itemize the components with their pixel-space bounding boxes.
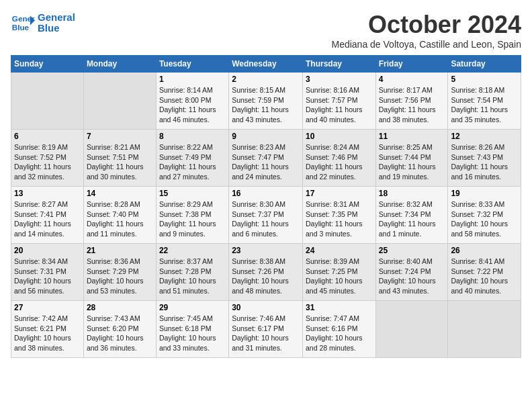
weekday-header-sunday: Sunday xyxy=(11,56,84,73)
day-info: Sunrise: 8:26 AM Sunset: 7:43 PM Dayligh… xyxy=(451,142,518,182)
weekday-header-saturday: Saturday xyxy=(448,56,521,73)
day-number: 20 xyxy=(14,246,81,255)
weekday-header-wednesday: Wednesday xyxy=(229,56,303,73)
day-number: 29 xyxy=(159,303,226,312)
calendar-week-row: 27Sunrise: 7:42 AM Sunset: 6:21 PM Dayli… xyxy=(11,301,521,358)
day-info: Sunrise: 8:28 AM Sunset: 7:40 PM Dayligh… xyxy=(87,199,153,239)
day-info: Sunrise: 7:45 AM Sunset: 6:18 PM Dayligh… xyxy=(159,314,226,353)
calendar-cell xyxy=(11,73,84,130)
svg-text:Blue: Blue xyxy=(12,23,30,32)
calendar-cell: 12Sunrise: 8:26 AM Sunset: 7:43 PM Dayli… xyxy=(448,130,521,187)
day-number: 14 xyxy=(87,189,153,198)
month-title: October 2024 xyxy=(331,11,521,39)
day-number: 5 xyxy=(451,75,518,84)
weekday-header-friday: Friday xyxy=(375,56,448,73)
day-info: Sunrise: 8:21 AM Sunset: 7:51 PM Dayligh… xyxy=(87,142,153,182)
day-info: Sunrise: 8:18 AM Sunset: 7:54 PM Dayligh… xyxy=(451,85,518,125)
weekday-header-monday: Monday xyxy=(83,56,156,73)
day-number: 2 xyxy=(232,75,300,84)
calendar-week-row: 20Sunrise: 8:34 AM Sunset: 7:31 PM Dayli… xyxy=(11,244,521,301)
weekday-header-tuesday: Tuesday xyxy=(156,56,228,73)
day-info: Sunrise: 7:46 AM Sunset: 6:17 PM Dayligh… xyxy=(232,314,300,353)
day-number: 4 xyxy=(379,75,445,84)
day-info: Sunrise: 8:27 AM Sunset: 7:41 PM Dayligh… xyxy=(14,199,81,239)
title-block: October 2024 Mediana de Voltoya, Castill… xyxy=(331,11,521,50)
calendar-cell: 16Sunrise: 8:30 AM Sunset: 7:37 PM Dayli… xyxy=(229,187,303,244)
day-number: 1 xyxy=(159,75,226,84)
weekday-header-thursday: Thursday xyxy=(302,56,375,73)
calendar-cell: 28Sunrise: 7:43 AM Sunset: 6:20 PM Dayli… xyxy=(83,301,156,358)
calendar-body: 1Sunrise: 8:14 AM Sunset: 8:00 PM Daylig… xyxy=(11,73,521,358)
day-number: 7 xyxy=(87,132,153,141)
day-number: 15 xyxy=(159,189,226,198)
calendar-cell: 5Sunrise: 8:18 AM Sunset: 7:54 PM Daylig… xyxy=(448,73,521,130)
page-header: General Blue General Blue October 2024 M… xyxy=(11,11,521,50)
calendar-cell: 3Sunrise: 8:16 AM Sunset: 7:57 PM Daylig… xyxy=(302,73,375,130)
day-info: Sunrise: 8:24 AM Sunset: 7:46 PM Dayligh… xyxy=(306,142,373,182)
day-number: 6 xyxy=(14,132,81,141)
day-info: Sunrise: 7:43 AM Sunset: 6:20 PM Dayligh… xyxy=(87,314,153,353)
day-number: 27 xyxy=(14,303,81,312)
day-number: 10 xyxy=(306,132,373,141)
day-number: 9 xyxy=(232,132,300,141)
calendar-cell: 18Sunrise: 8:32 AM Sunset: 7:34 PM Dayli… xyxy=(375,187,448,244)
calendar-cell: 27Sunrise: 7:42 AM Sunset: 6:21 PM Dayli… xyxy=(11,301,84,358)
calendar-cell: 2Sunrise: 8:15 AM Sunset: 7:59 PM Daylig… xyxy=(229,73,303,130)
calendar-week-row: 1Sunrise: 8:14 AM Sunset: 8:00 PM Daylig… xyxy=(11,73,521,130)
calendar-cell: 6Sunrise: 8:19 AM Sunset: 7:52 PM Daylig… xyxy=(11,130,84,187)
day-number: 17 xyxy=(306,189,373,198)
day-info: Sunrise: 8:37 AM Sunset: 7:28 PM Dayligh… xyxy=(159,257,226,296)
day-info: Sunrise: 8:15 AM Sunset: 7:59 PM Dayligh… xyxy=(232,85,300,125)
calendar-cell: 4Sunrise: 8:17 AM Sunset: 7:56 PM Daylig… xyxy=(375,73,448,130)
day-number: 21 xyxy=(87,246,153,255)
calendar-cell: 8Sunrise: 8:22 AM Sunset: 7:49 PM Daylig… xyxy=(156,130,228,187)
day-number: 24 xyxy=(306,246,373,255)
calendar-cell xyxy=(83,73,156,130)
calendar-week-row: 6Sunrise: 8:19 AM Sunset: 7:52 PM Daylig… xyxy=(11,130,521,187)
day-info: Sunrise: 8:25 AM Sunset: 7:44 PM Dayligh… xyxy=(379,142,445,182)
calendar-cell: 23Sunrise: 8:38 AM Sunset: 7:26 PM Dayli… xyxy=(229,244,303,301)
day-info: Sunrise: 8:22 AM Sunset: 7:49 PM Dayligh… xyxy=(159,142,226,182)
day-number: 18 xyxy=(379,189,445,198)
day-number: 19 xyxy=(451,189,518,198)
day-info: Sunrise: 8:38 AM Sunset: 7:26 PM Dayligh… xyxy=(232,257,300,296)
day-info: Sunrise: 8:32 AM Sunset: 7:34 PM Dayligh… xyxy=(379,199,445,239)
calendar-table: SundayMondayTuesdayWednesdayThursdayFrid… xyxy=(11,55,521,358)
logo-text-line2: Blue xyxy=(38,23,75,34)
day-info: Sunrise: 8:34 AM Sunset: 7:31 PM Dayligh… xyxy=(14,257,81,296)
day-info: Sunrise: 8:36 AM Sunset: 7:29 PM Dayligh… xyxy=(87,257,153,296)
day-number: 28 xyxy=(87,303,153,312)
day-info: Sunrise: 8:40 AM Sunset: 7:24 PM Dayligh… xyxy=(379,257,445,296)
day-info: Sunrise: 8:14 AM Sunset: 8:00 PM Dayligh… xyxy=(159,85,226,125)
day-number: 16 xyxy=(232,189,300,198)
calendar-cell: 15Sunrise: 8:29 AM Sunset: 7:38 PM Dayli… xyxy=(156,187,228,244)
calendar-cell: 7Sunrise: 8:21 AM Sunset: 7:51 PM Daylig… xyxy=(83,130,156,187)
calendar-cell: 14Sunrise: 8:28 AM Sunset: 7:40 PM Dayli… xyxy=(83,187,156,244)
calendar-cell: 19Sunrise: 8:33 AM Sunset: 7:32 PM Dayli… xyxy=(448,187,521,244)
day-number: 13 xyxy=(14,189,81,198)
calendar-cell xyxy=(375,301,448,358)
day-number: 23 xyxy=(232,246,300,255)
calendar-cell: 25Sunrise: 8:40 AM Sunset: 7:24 PM Dayli… xyxy=(375,244,448,301)
day-number: 8 xyxy=(159,132,226,141)
calendar-cell: 13Sunrise: 8:27 AM Sunset: 7:41 PM Dayli… xyxy=(11,187,84,244)
calendar-week-row: 13Sunrise: 8:27 AM Sunset: 7:41 PM Dayli… xyxy=(11,187,521,244)
day-number: 3 xyxy=(306,75,373,84)
day-info: Sunrise: 8:33 AM Sunset: 7:32 PM Dayligh… xyxy=(451,199,518,239)
day-info: Sunrise: 7:47 AM Sunset: 6:16 PM Dayligh… xyxy=(306,314,373,353)
logo: General Blue General Blue xyxy=(11,11,75,35)
day-number: 30 xyxy=(232,303,300,312)
calendar-cell: 10Sunrise: 8:24 AM Sunset: 7:46 PM Dayli… xyxy=(302,130,375,187)
calendar-cell: 21Sunrise: 8:36 AM Sunset: 7:29 PM Dayli… xyxy=(83,244,156,301)
logo-text-line1: General xyxy=(38,12,75,24)
calendar-cell: 29Sunrise: 7:45 AM Sunset: 6:18 PM Dayli… xyxy=(156,301,228,358)
calendar-cell: 9Sunrise: 8:23 AM Sunset: 7:47 PM Daylig… xyxy=(229,130,303,187)
calendar-cell: 24Sunrise: 8:39 AM Sunset: 7:25 PM Dayli… xyxy=(302,244,375,301)
day-number: 26 xyxy=(451,246,518,255)
day-info: Sunrise: 8:30 AM Sunset: 7:37 PM Dayligh… xyxy=(232,199,300,239)
day-info: Sunrise: 8:39 AM Sunset: 7:25 PM Dayligh… xyxy=(306,257,373,296)
calendar-cell: 1Sunrise: 8:14 AM Sunset: 8:00 PM Daylig… xyxy=(156,73,228,130)
weekday-header-row: SundayMondayTuesdayWednesdayThursdayFrid… xyxy=(11,56,521,73)
calendar-cell: 11Sunrise: 8:25 AM Sunset: 7:44 PM Dayli… xyxy=(375,130,448,187)
day-info: Sunrise: 8:17 AM Sunset: 7:56 PM Dayligh… xyxy=(379,85,445,125)
